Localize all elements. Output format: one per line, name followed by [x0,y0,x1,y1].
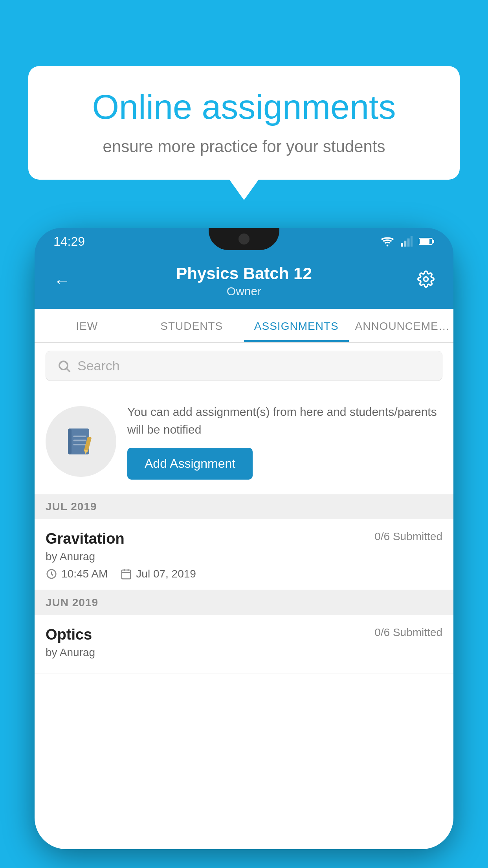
assignment-row1-optics: Optics 0/6 Submitted [46,626,442,643]
svg-rect-3 [407,239,410,247]
calendar-icon [120,568,132,580]
speech-bubble-container: Online assignments ensure more practice … [28,66,460,180]
empty-icon-circle [46,406,116,477]
month-section-jun: JUN 2019 [35,590,453,615]
search-icon [57,359,71,373]
search-placeholder: Search [77,358,120,373]
settings-icon[interactable] [417,270,435,292]
month-label-jun: JUN 2019 [46,596,98,609]
search-bar-container: Search [35,343,453,389]
header-title-block: Physics Batch 12 Owner [176,264,312,298]
notebook-icon [63,424,99,459]
add-assignment-button[interactable]: Add Assignment [127,448,253,480]
svg-point-0 [387,245,389,246]
header-title: Physics Batch 12 [176,264,312,283]
phone-screen: ← Physics Batch 12 Owner IEW STUDENTS AS… [35,255,453,849]
back-button[interactable]: ← [53,271,71,291]
tabs-bar: IEW STUDENTS ASSIGNMENTS ANNOUNCEME… [35,309,453,343]
status-bar: 14:29 [35,228,453,255]
empty-state: You can add assignment(s) from here and … [35,389,453,494]
phone-frame: 14:29 [35,228,453,849]
assignment-time: 10:45 AM [61,568,108,580]
clock-icon [46,568,57,580]
search-bar[interactable]: Search [46,351,442,381]
svg-point-9 [59,361,68,370]
assignment-row1: Gravitation 0/6 Submitted [46,530,442,547]
tab-assignments[interactable]: ASSIGNMENTS [244,309,349,342]
empty-description: You can add assignment(s) from here and … [127,403,442,438]
notch-camera [238,234,250,245]
assignment-submitted-gravitation: 0/6 Submitted [374,530,442,543]
svg-rect-7 [433,240,434,243]
assignment-author-optics: by Anurag [46,646,442,659]
status-icons [380,236,435,247]
phone-wrapper: 14:29 [35,228,453,868]
assignment-author-gravitation: by Anurag [46,550,442,563]
assignment-date: Jul 07, 2019 [136,568,196,580]
svg-line-10 [67,368,70,371]
month-label-jul: JUL 2019 [46,500,97,513]
svg-rect-4 [411,236,413,247]
assignment-title-gravitation: Gravitation [46,530,125,547]
month-section-jul: JUL 2019 [35,494,453,519]
meta-date-gravitation: Jul 07, 2019 [120,568,196,580]
svg-rect-13 [73,436,86,437]
svg-rect-2 [404,241,406,247]
signal-icon [401,236,413,247]
tab-iew[interactable]: IEW [35,309,139,342]
battery-icon [419,237,435,246]
tab-announcements[interactable]: ANNOUNCEME… [349,309,454,342]
svg-rect-15 [73,444,86,445]
assignment-item-optics[interactable]: Optics 0/6 Submitted by Anurag [35,615,453,673]
svg-point-8 [424,277,428,281]
tab-students[interactable]: STUDENTS [139,309,244,342]
svg-rect-12 [68,428,72,454]
svg-rect-6 [420,239,429,244]
speech-bubble: Online assignments ensure more practice … [28,66,460,180]
phone-content-scroll[interactable]: Search [35,343,453,849]
empty-text-block: You can add assignment(s) from here and … [127,403,442,480]
assignment-item-gravitation[interactable]: Gravitation 0/6 Submitted by Anurag 10:4… [35,519,453,590]
assignment-title-optics: Optics [46,626,92,643]
wifi-icon [380,236,394,247]
svg-rect-14 [73,440,86,441]
header-subtitle: Owner [176,285,312,298]
assignment-submitted-optics: 0/6 Submitted [374,626,442,639]
speech-bubble-heading: Online assignments [52,88,436,126]
svg-rect-1 [401,243,403,247]
app-header: ← Physics Batch 12 Owner [35,255,453,309]
speech-bubble-subtext: ensure more practice for your students [52,137,436,156]
notch [209,228,279,250]
meta-time-gravitation: 10:45 AM [46,568,108,580]
assignment-meta-gravitation: 10:45 AM Jul 07, 2019 [46,568,442,580]
status-time: 14:29 [53,234,85,249]
svg-rect-19 [122,570,131,579]
